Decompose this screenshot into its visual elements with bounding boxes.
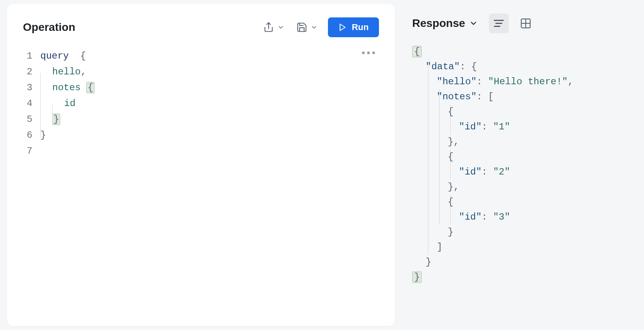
token-keyword: query [40, 51, 69, 61]
token-field: notes [52, 82, 81, 93]
json-key: "id" [459, 167, 482, 177]
line-number: 3 [23, 80, 40, 96]
token-field: id [64, 98, 76, 109]
view-table-button[interactable] [516, 13, 536, 33]
code-line: 4 id [23, 96, 379, 112]
code-line: 2 hello, [23, 64, 379, 80]
json-key: "hello" [437, 76, 477, 87]
chevron-down-icon [277, 24, 284, 31]
response-header: Response [412, 13, 636, 33]
text-view-icon [493, 17, 505, 29]
json-key: "data" [426, 61, 460, 72]
run-button-label: Run [352, 22, 369, 32]
save-icon [296, 22, 307, 33]
json-key: "notes" [437, 91, 477, 102]
response-title-group[interactable]: Response [412, 17, 478, 30]
share-icon [263, 22, 274, 33]
code-line: 7 [23, 143, 379, 159]
code-line: 3 notes { [23, 80, 379, 96]
view-json-button[interactable] [489, 13, 509, 33]
response-panel: Response { "data": { "hello": "Hello the… [395, 0, 644, 330]
chevron-down-icon [311, 24, 318, 31]
play-icon [338, 23, 347, 32]
editor-more-button[interactable] [362, 51, 375, 54]
save-group [295, 19, 319, 35]
operation-editor[interactable]: 1 query { 2 hello, 3 notes { 4 id 5 } 6 … [23, 48, 379, 159]
json-value: "2" [493, 167, 510, 177]
table-view-icon [520, 17, 532, 29]
code-line: 1 query { [23, 48, 379, 64]
operation-panel: Operation Run [7, 4, 395, 326]
token-field: hello [52, 66, 81, 77]
response-title: Response [412, 17, 465, 30]
operation-toolbar: Run [261, 17, 379, 37]
save-dropdown[interactable] [309, 21, 319, 33]
line-number: 6 [23, 127, 40, 143]
operation-title: Operation [23, 21, 75, 34]
line-number: 7 [23, 143, 40, 159]
line-number: 4 [23, 96, 40, 112]
export-dropdown[interactable] [276, 21, 286, 33]
chevron-down-icon [469, 19, 478, 28]
svg-marker-1 [340, 24, 345, 31]
json-key: "id" [459, 121, 482, 132]
json-value: "3" [493, 212, 510, 222]
line-number: 5 [23, 112, 40, 127]
json-value: "1" [493, 121, 510, 132]
code-line: 6 } [23, 127, 379, 143]
export-group [261, 19, 286, 35]
code-line: 5 } [23, 112, 379, 127]
response-viewer[interactable]: { "data": { "hello": "Hello there!", "no… [412, 44, 636, 285]
line-number: 1 [23, 48, 40, 64]
response-view-toggles [489, 13, 536, 33]
export-button[interactable] [261, 19, 276, 35]
run-button[interactable]: Run [328, 17, 379, 37]
json-value: "Hello there!" [488, 76, 568, 87]
operation-header: Operation Run [23, 17, 379, 37]
save-button[interactable] [295, 19, 309, 35]
json-key: "id" [459, 212, 482, 222]
line-number: 2 [23, 64, 40, 80]
